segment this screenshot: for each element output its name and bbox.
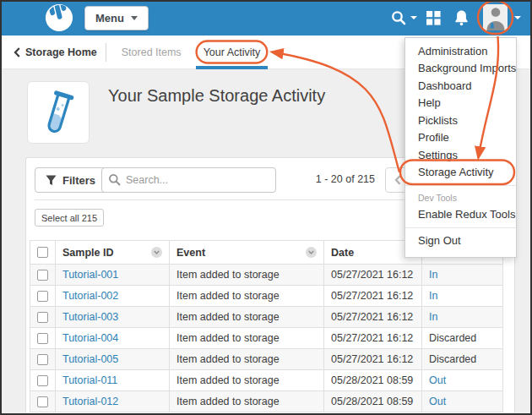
select-all-checkbox-cell [30,241,56,265]
app-window: Menu Storage Home [0,0,532,415]
sample-type-icon-card [27,81,90,144]
breadcrumb-back-link[interactable]: Storage Home [14,46,97,58]
date-cell: 05/28/2021 08:59 [324,370,422,391]
search-chevron-icon[interactable] [410,0,417,35]
top-navigation-bar: Menu [0,0,532,35]
sample-id-link[interactable]: Tutorial-011 [62,374,117,386]
menu-section-dev-tools: Dev Tools [405,190,516,205]
filter-funnel-icon [46,175,57,186]
row-checkbox[interactable] [37,333,48,344]
menu-item-picklists[interactable]: Picklists [405,112,516,129]
menu-button[interactable]: Menu [84,6,149,30]
menu-item-settings[interactable]: Settings [405,146,516,164]
menu-item-storage-activity[interactable]: Storage Activity [405,164,516,182]
user-menu-chevron-icon[interactable] [514,0,521,35]
menu-item-enable-redux-tools[interactable]: Enable Redux Tools [405,205,516,223]
status-text: Discarded [429,332,476,344]
status-link[interactable]: Out [429,396,446,407]
search-input[interactable] [101,167,276,193]
status-link[interactable]: In [429,269,437,281]
sample-id-link[interactable]: Tutorial-012 [62,396,118,407]
row-checkbox[interactable] [37,354,48,365]
table-row: Tutorial-003Item added to storage05/27/2… [30,307,503,328]
column-header-sample-id[interactable]: Sample ID [56,241,170,265]
event-cell: Item added to storage [170,370,324,391]
sample-id-link[interactable]: Tutorial-003 [62,311,118,323]
event-cell: Item added to storage [170,328,324,349]
status-link[interactable]: In [429,311,437,323]
status-link[interactable]: Out [429,374,446,386]
event-cell: Item added to storage [170,349,324,370]
row-checkbox[interactable] [37,375,48,386]
event-cell: Item added to storage [170,307,324,328]
breadcrumb-back-label: Storage Home [25,46,97,58]
menu-item-background-imports[interactable]: Background Imports [405,60,516,78]
chevron-left-icon [394,175,401,185]
sample-id-link[interactable]: Tutorial-004 [62,332,118,344]
row-checkbox[interactable] [37,291,48,302]
menu-divider [405,185,516,186]
activity-table: Sample ID Event Date Tutorial-001Item ad… [30,240,503,412]
menu-item-help[interactable]: Help [405,95,516,112]
row-checkbox[interactable] [37,396,48,407]
select-all-button[interactable]: Select all 215 [35,209,104,227]
menu-item-administration[interactable]: Administration [405,42,516,60]
table-row: Tutorial-011Item added to storage05/28/2… [30,370,503,391]
sample-id-link[interactable]: Tutorial-001 [62,269,118,281]
filters-button[interactable]: Filters [35,167,106,193]
notifications-bell-icon[interactable] [453,0,470,35]
date-cell: 05/27/2021 16:12 [324,307,422,328]
sample-id-link[interactable]: Tutorial-005 [62,353,118,365]
row-checkbox[interactable] [37,270,48,281]
event-cell: Item added to storage [170,265,324,286]
status-link[interactable]: In [429,290,437,302]
table-row: Tutorial-004Item added to storage05/27/2… [30,328,503,349]
chevron-down-icon [131,16,138,20]
search-input-icon [108,173,121,186]
sample-id-sort-icon[interactable] [151,247,162,258]
date-cell: 05/27/2021 16:12 [324,286,422,307]
sample-id-link[interactable]: Tutorial-002 [62,290,118,302]
select-all-checkbox[interactable] [37,247,48,258]
menu-button-label: Menu [95,12,124,25]
event-cell: Item added to storage [170,391,324,412]
event-cell: Item added to storage [170,286,324,307]
menu-divider [405,227,516,228]
user-dropdown-menu: AdministrationBackground ImportsDashboar… [404,37,517,258]
date-cell: 05/27/2021 16:12 [324,349,422,370]
table-row: Tutorial-002Item added to storage05/27/2… [30,286,503,307]
user-avatar[interactable] [483,4,508,30]
table-row: Tutorial-001Item added to storage05/27/2… [30,265,503,286]
column-header-event[interactable]: Event [170,241,324,265]
table-row: Tutorial-012Item added to storage05/28/2… [30,391,503,412]
tab-your-activity-label: Your Activity [204,46,261,58]
test-tube-icon [39,88,78,137]
app-logo-icon[interactable] [45,3,73,32]
menu-item-sign-out[interactable]: Sign Out [405,232,516,250]
event-sort-icon[interactable] [306,247,317,258]
tab-stored-items[interactable]: Stored Items [114,35,189,69]
chevron-left-icon [14,47,20,57]
row-checkbox[interactable] [37,312,48,323]
apps-grid-icon[interactable] [426,0,441,35]
table-row: Tutorial-005Item added to storage05/27/2… [30,349,503,370]
menu-item-dashboard[interactable]: Dashboard [405,77,516,95]
status-text: Discarded [429,353,476,365]
date-cell: 05/28/2021 08:59 [324,391,422,412]
date-cell: 05/27/2021 16:12 [324,328,422,349]
pagination-count: 1 - 20 of 215 [280,173,375,185]
page-title: Your Sample Storage Activity [108,86,325,106]
breadcrumb-divider [106,43,106,62]
tab-your-activity[interactable]: Your Activity [196,35,269,69]
search-icon[interactable] [390,0,407,35]
date-cell: 05/27/2021 16:12 [324,265,422,286]
menu-item-profile[interactable]: Profile [405,129,516,147]
